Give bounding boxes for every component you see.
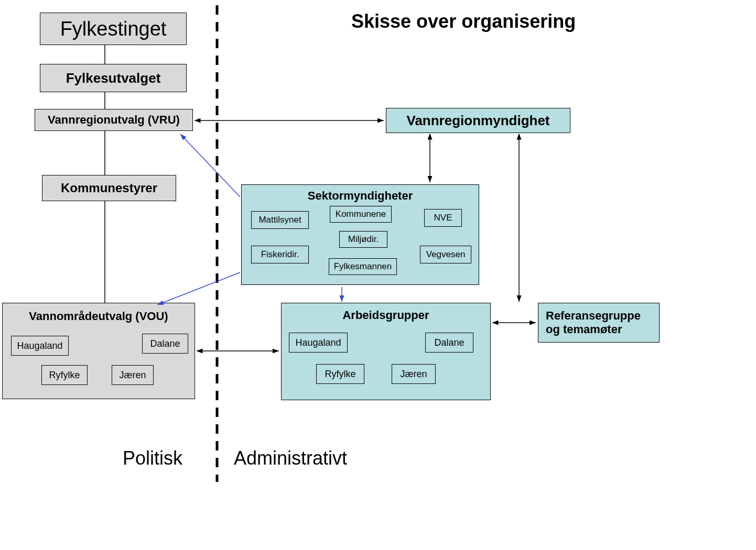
arbeids-dalane: Dalane [425,333,473,353]
box-vru: Vannregionutvalg (VRU) [35,109,193,131]
box-fylkesutvalget: Fylkesutvalget [40,64,187,92]
arbeids-ryfylke: Ryfylke [316,364,364,384]
box-vou: Vannområdeutvalg (VOU) Haugaland Dalane … [2,303,195,399]
sektor-fiskeridir: Fiskeridir. [251,246,309,263]
sektor-mattilsynet: Mattilsynet [251,211,309,229]
box-sektor: Sektormyndigheter Mattilsynet Kommunene … [241,184,479,285]
diagram-title: Skisse over organisering [351,10,576,32]
svg-line-8 [180,134,240,197]
box-fylkestinget: Fylkestinget [40,13,187,45]
sektor-vegvesen: Vegvesen [420,246,471,263]
sektor-title: Sektormyndigheter [245,189,476,203]
vou-title: Vannområdeutvalg (VOU) [11,310,186,323]
arbeids-title: Arbeidsgrupper [285,309,487,322]
svg-line-9 [157,272,240,305]
box-referansegruppe: Referansegruppe og temamøter [538,303,660,343]
label-administrativt: Administrativt [234,447,347,469]
sektor-fylkesmannen: Fylkesmannen [329,258,397,275]
label-politisk: Politisk [123,447,182,469]
box-arbeidsgrupper: Arbeidsgrupper Haugaland Dalane Ryfylke … [281,303,491,400]
vou-ryfylke: Ryfylke [41,365,88,385]
vou-dalane: Dalane [142,334,188,354]
vou-haugaland: Haugaland [11,336,69,356]
box-kommunestyrer: Kommunestyrer [42,175,176,201]
arbeids-haugaland: Haugaland [289,333,348,353]
box-vrm: Vannregionmyndighet [386,108,570,133]
sektor-miljodir: Miljødir. [339,231,387,248]
sektor-kommunene: Kommunene [330,206,392,223]
sektor-nve: NVE [424,209,462,227]
arbeids-jaeren: Jæren [392,364,436,384]
vou-jaeren: Jæren [112,365,154,385]
